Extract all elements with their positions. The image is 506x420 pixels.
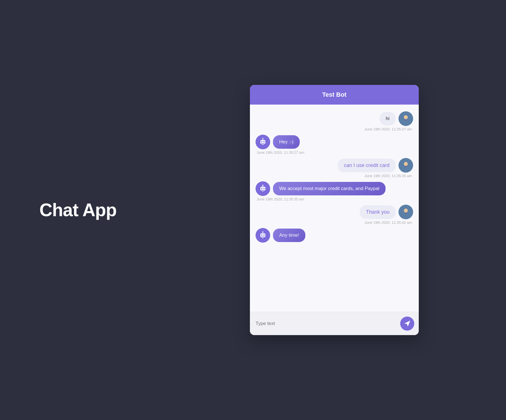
- svg-rect-10: [260, 187, 265, 191]
- bot-avatar-icon: [258, 137, 267, 146]
- svg-rect-1: [406, 119, 406, 120]
- svg-point-14: [263, 188, 265, 189]
- user-bubble: Thank you: [360, 205, 396, 219]
- user-avatar-icon: [401, 114, 411, 124]
- bot-avatar: [256, 135, 270, 149]
- bubble-wrapper: We accept most major credit cards, and P…: [256, 181, 386, 196]
- svg-rect-7: [262, 144, 264, 145]
- message-timestamp: June 19th 2020, 11:35:27 am: [364, 127, 413, 131]
- message-timestamp: June 19th 2020, 11:35:27 am: [256, 150, 304, 155]
- user-bubble: can I use credit card: [338, 159, 396, 172]
- message-timestamp: June 19th 2020, 11:35:35 am: [256, 197, 304, 201]
- svg-point-21: [261, 234, 262, 236]
- message-timestamp: June 19th 2020, 11:35:35 am: [364, 174, 413, 178]
- message-text: Thank you: [366, 209, 389, 215]
- bubble-wrapper: can I use credit card: [338, 158, 413, 173]
- user-avatar: [398, 205, 413, 219]
- send-button[interactable]: [400, 317, 414, 331]
- chat-window: Test Bot hi: [250, 85, 419, 335]
- bot-avatar: [256, 228, 270, 243]
- svg-point-22: [263, 234, 265, 236]
- svg-point-13: [261, 188, 262, 189]
- svg-rect-15: [262, 191, 264, 191]
- chat-header-title: Test Bot: [322, 91, 346, 98]
- user-avatar-icon: [401, 207, 411, 217]
- chat-text-input[interactable]: [254, 319, 397, 329]
- message-row-bot: Any time!: [256, 228, 413, 243]
- user-bubble: hi: [380, 112, 396, 125]
- message-row-bot: We accept most major credit cards, and P…: [256, 181, 413, 201]
- bot-bubble: Any time!: [273, 229, 305, 242]
- bubble-wrapper: Any time!: [256, 228, 305, 243]
- chat-messages: hi June 19th 2020,: [250, 105, 419, 312]
- page-wrapper: Chat App Test Bot hi: [0, 0, 506, 420]
- message-row-bot: Hey :-) June 19th 2020, 11:35:27 am: [256, 135, 413, 155]
- message-text: Any time!: [279, 232, 299, 238]
- user-avatar: [398, 111, 413, 126]
- chat-header: Test Bot: [250, 85, 419, 105]
- bot-avatar-icon: [258, 184, 267, 193]
- send-icon: [404, 320, 411, 327]
- message-row-user: hi June 19th 2020,: [256, 111, 413, 131]
- bot-avatar-icon: [258, 231, 267, 240]
- svg-point-0: [404, 115, 408, 119]
- message-text: hi: [386, 116, 389, 121]
- app-title-area: Chat App: [39, 200, 117, 220]
- message-row-user: can I use credit card June 19th 2020, 11…: [256, 158, 413, 178]
- user-avatar: [398, 158, 413, 173]
- svg-point-6: [263, 141, 265, 142]
- chat-input-area: [250, 312, 419, 335]
- svg-point-4: [262, 138, 263, 139]
- bot-avatar: [256, 181, 270, 196]
- message-text: can I use credit card: [344, 162, 389, 168]
- message-timestamp: June 19th 2020, 11:35:42 am: [364, 220, 413, 225]
- svg-point-5: [261, 141, 262, 142]
- svg-rect-2: [260, 140, 265, 144]
- svg-rect-23: [262, 237, 264, 238]
- svg-rect-9: [406, 166, 406, 167]
- svg-point-8: [404, 162, 408, 166]
- svg-rect-17: [406, 213, 406, 213]
- svg-point-20: [262, 231, 263, 232]
- svg-point-16: [404, 209, 408, 213]
- app-title: Chat App: [39, 200, 117, 220]
- bot-bubble: We accept most major credit cards, and P…: [273, 182, 386, 195]
- bubble-wrapper: Thank you: [360, 205, 413, 219]
- message-text: We accept most major credit cards, and P…: [279, 186, 379, 191]
- message-row-user: Thank you June 19th 2020, 11:35:42 am: [256, 205, 413, 225]
- svg-rect-18: [260, 233, 265, 237]
- user-avatar-icon: [401, 160, 411, 170]
- bot-bubble: Hey :-): [273, 135, 300, 149]
- bubble-wrapper: Hey :-): [256, 135, 300, 149]
- svg-point-12: [262, 185, 263, 186]
- message-text: Hey :-): [279, 139, 294, 144]
- bubble-wrapper: hi: [380, 111, 413, 126]
